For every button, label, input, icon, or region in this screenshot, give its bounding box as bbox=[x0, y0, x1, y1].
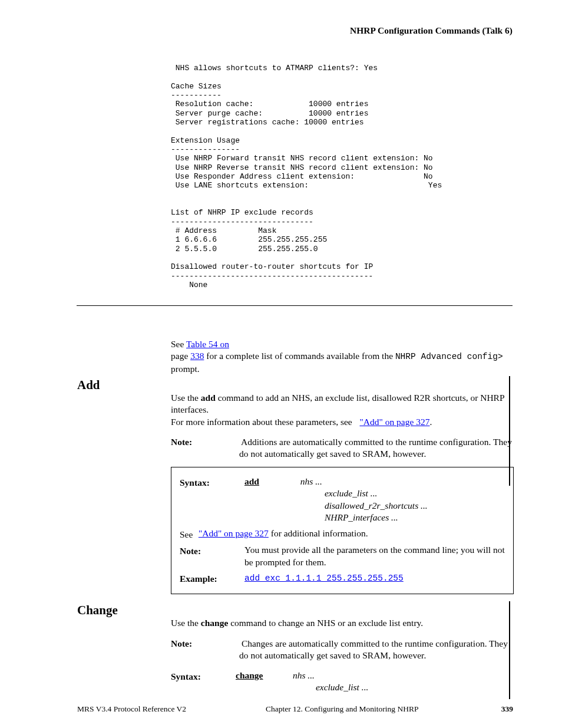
terminal-output: NHS allows shortcuts to ATMARP clients?:… bbox=[171, 64, 442, 289]
cmd-change: change bbox=[236, 670, 263, 680]
label-syntax: Syntax: bbox=[171, 670, 236, 683]
cmd-change: change bbox=[201, 618, 229, 628]
footer-left: MRS V3.4 Protocol Reference V2 bbox=[77, 704, 186, 713]
text: See bbox=[171, 339, 186, 349]
add-paragraph: Use the add command to add an NHS, an ex… bbox=[171, 392, 513, 428]
cmd-add: add bbox=[244, 476, 259, 486]
text: command to change an NHS or an exclude l… bbox=[228, 618, 423, 628]
syntax-line-change: Syntax: change nhs ... exclude_list ... bbox=[171, 670, 513, 697]
opt-nhs: nhs ... bbox=[293, 670, 315, 680]
opt-interfaces: NHRP_interfaces ... bbox=[325, 512, 398, 522]
link-table54[interactable]: Table 54 on bbox=[186, 339, 229, 349]
example-link[interactable]: add exc 1.1.1.1 255.255.255.255 bbox=[244, 574, 404, 583]
note-label: Note: bbox=[171, 638, 192, 648]
text: for additional information. bbox=[269, 528, 368, 538]
rule bbox=[77, 305, 513, 306]
intro-paragraph: See Table 54 on page 338 for a complete … bbox=[171, 338, 513, 375]
note-label: Note: bbox=[171, 437, 192, 447]
text: command to add an NHS, an exclude list, … bbox=[171, 393, 504, 414]
footer: MRS V3.4 Protocol Reference V2 Chapter 1… bbox=[77, 704, 513, 714]
text: page bbox=[171, 351, 190, 361]
change-paragraph: Use the change command to change an NHS … bbox=[171, 617, 513, 629]
footer-center: Chapter 12. Configuring and Monitoring N… bbox=[266, 704, 419, 714]
heading-change: Change bbox=[77, 602, 118, 619]
link-add-327[interactable]: "Add" on page 327 bbox=[360, 417, 430, 427]
label-example: Example: bbox=[180, 572, 244, 585]
opt-exclude: exclude_list ... bbox=[325, 488, 378, 498]
note-text: You must provide all the parameters on t… bbox=[244, 545, 505, 566]
link-add-327-b[interactable]: "Add" on page 327 bbox=[199, 528, 269, 538]
opt-exclude: exclude_list ... bbox=[316, 682, 369, 692]
heading-add: Add bbox=[77, 377, 100, 394]
link-page-338[interactable]: 338 bbox=[190, 351, 204, 361]
note-text: Additions are automatically committed to… bbox=[239, 437, 512, 459]
footer-page: 339 bbox=[501, 704, 513, 714]
note-block-2: Note: Changes are automatically committe… bbox=[171, 638, 513, 662]
text: For more information about these paramet… bbox=[171, 417, 352, 427]
opt-nhs: nhs ... bbox=[300, 476, 322, 486]
opt-r2r: disallowed_r2r_shortcuts ... bbox=[325, 500, 428, 510]
text: for a complete list of commands availabl… bbox=[204, 351, 395, 361]
syntax-box-add: Syntax: add nhs ... exclude_list ... dis… bbox=[171, 467, 514, 594]
note-block: Note: Additions are automatically commit… bbox=[171, 436, 513, 460]
text: . bbox=[429, 417, 432, 427]
text: Use the bbox=[171, 393, 201, 403]
cmd-add: add bbox=[201, 393, 216, 403]
note-text: Changes are automatically committed to t… bbox=[239, 638, 508, 660]
text: prompt. bbox=[171, 364, 200, 374]
revision-bars bbox=[478, 0, 495, 728]
label-note: Note: bbox=[180, 544, 244, 557]
text: Use the bbox=[171, 618, 201, 628]
label-syntax: Syntax: bbox=[180, 476, 244, 489]
